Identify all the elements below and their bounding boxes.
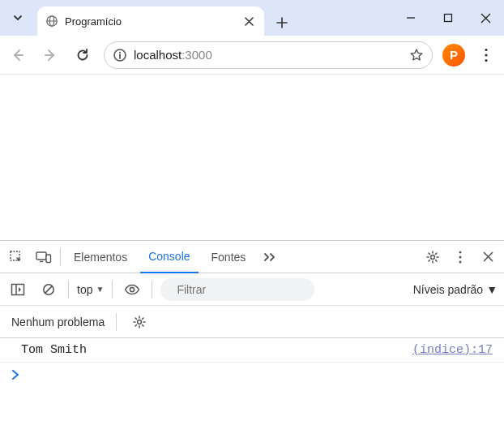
kebab-icon bbox=[485, 48, 488, 62]
reload-icon bbox=[75, 48, 90, 62]
chevron-down-icon bbox=[12, 12, 23, 24]
gear-icon bbox=[425, 250, 440, 264]
page-content bbox=[0, 75, 504, 240]
tab-sources[interactable]: Fontes bbox=[203, 241, 254, 273]
chevron-right-icon bbox=[11, 370, 19, 380]
extension-button[interactable]: P bbox=[442, 44, 465, 67]
close-window-button[interactable] bbox=[467, 0, 504, 36]
inspect-icon bbox=[9, 250, 23, 264]
tab-elements[interactable]: Elementos bbox=[66, 241, 135, 273]
star-icon bbox=[409, 48, 424, 62]
issues-text: Nenhum problema bbox=[11, 316, 105, 328]
clear-icon bbox=[41, 282, 56, 297]
svg-point-12 bbox=[485, 58, 487, 61]
tab-title: Programício bbox=[65, 15, 235, 28]
svg-rect-14 bbox=[36, 252, 46, 260]
more-tabs-button[interactable] bbox=[258, 246, 281, 268]
url-text[interactable]: localhost:3000 bbox=[134, 48, 403, 62]
tab-console[interactable]: Console bbox=[140, 241, 198, 273]
chevron-down-icon: ▼ bbox=[96, 285, 104, 294]
new-tab-button[interactable] bbox=[269, 10, 295, 36]
svg-point-20 bbox=[459, 260, 462, 263]
arrow-left-icon bbox=[11, 48, 25, 62]
kebab-icon bbox=[459, 251, 462, 264]
divider bbox=[152, 281, 152, 298]
svg-point-11 bbox=[485, 54, 487, 56]
back-button[interactable] bbox=[6, 44, 29, 67]
sidebar-icon bbox=[11, 283, 25, 296]
browser-menu-button[interactable] bbox=[475, 44, 498, 67]
console-log-area[interactable]: Tom Smith (índice):17 bbox=[0, 338, 504, 438]
device-toolbar-button[interactable] bbox=[32, 246, 55, 268]
devtools-panel: Elementos Console Fontes top ▼ bbox=[0, 240, 504, 438]
info-icon bbox=[113, 48, 127, 62]
divider bbox=[112, 281, 113, 298]
maximize-icon bbox=[443, 13, 453, 23]
window-controls bbox=[392, 0, 504, 36]
console-filter[interactable] bbox=[160, 278, 314, 301]
browser-toolbar: localhost:3000 P bbox=[0, 36, 504, 75]
svg-point-25 bbox=[130, 287, 135, 291]
close-icon bbox=[481, 13, 491, 24]
reload-button[interactable] bbox=[71, 44, 94, 67]
inspect-element-button[interactable] bbox=[5, 246, 28, 268]
site-info-button[interactable] bbox=[113, 48, 127, 62]
svg-point-8 bbox=[119, 51, 121, 53]
devices-icon bbox=[36, 251, 52, 264]
gear-icon bbox=[132, 315, 147, 329]
devtools-tabbar: Elementos Console Fontes bbox=[0, 241, 504, 273]
divider bbox=[68, 281, 69, 298]
maximize-button[interactable] bbox=[429, 0, 467, 36]
svg-point-19 bbox=[459, 256, 462, 258]
minimize-icon bbox=[406, 13, 416, 23]
log-message: Tom Smith bbox=[21, 343, 412, 357]
svg-point-10 bbox=[485, 48, 487, 50]
clear-console-button[interactable] bbox=[37, 278, 60, 301]
console-sidebar-toggle[interactable] bbox=[6, 278, 29, 301]
eye-icon bbox=[124, 284, 140, 295]
live-expression-button[interactable] bbox=[121, 278, 143, 301]
divider bbox=[116, 313, 117, 331]
browser-titlebar: Programício bbox=[0, 0, 504, 36]
context-label: top bbox=[77, 283, 92, 296]
context-selector[interactable]: top ▼ bbox=[77, 283, 104, 296]
address-bar[interactable]: localhost:3000 bbox=[104, 41, 433, 69]
console-settings-button[interactable] bbox=[128, 311, 151, 333]
log-source-link[interactable]: (índice):17 bbox=[412, 343, 493, 357]
forward-button[interactable] bbox=[39, 44, 62, 67]
console-toolbar: top ▼ Níveis padrão ▼ bbox=[0, 273, 504, 306]
log-levels-selector[interactable]: Níveis padrão ▼ bbox=[413, 283, 498, 296]
svg-point-17 bbox=[431, 255, 435, 259]
minimize-button[interactable] bbox=[392, 0, 429, 36]
plus-icon bbox=[276, 17, 288, 28]
devtools-settings-button[interactable] bbox=[421, 246, 444, 268]
divider bbox=[60, 248, 61, 266]
browser-tab[interactable]: Programício bbox=[37, 6, 264, 36]
devtools-menu-button[interactable] bbox=[449, 246, 472, 268]
double-chevron-right-icon bbox=[263, 251, 277, 263]
tab-close-button[interactable] bbox=[241, 14, 256, 28]
devtools-close-button[interactable] bbox=[476, 246, 499, 268]
close-icon bbox=[245, 17, 254, 26]
svg-line-24 bbox=[45, 286, 53, 293]
svg-point-18 bbox=[459, 251, 462, 253]
svg-point-26 bbox=[138, 320, 142, 324]
arrow-right-icon bbox=[43, 48, 58, 62]
bookmark-button[interactable] bbox=[409, 48, 424, 62]
svg-rect-4 bbox=[445, 15, 452, 22]
tab-search-button[interactable] bbox=[0, 0, 36, 36]
levels-label: Níveis padrão bbox=[413, 283, 483, 296]
log-entry[interactable]: Tom Smith (índice):17 bbox=[0, 338, 504, 363]
svg-rect-16 bbox=[46, 255, 51, 263]
filter-input[interactable] bbox=[177, 283, 318, 296]
globe-icon bbox=[45, 15, 58, 28]
extension-letter: P bbox=[450, 48, 458, 62]
console-prompt[interactable] bbox=[0, 363, 504, 387]
close-icon bbox=[483, 251, 493, 262]
svg-rect-21 bbox=[12, 284, 24, 294]
issues-bar: Nenhum problema bbox=[0, 306, 504, 338]
chevron-down-icon: ▼ bbox=[486, 283, 498, 296]
